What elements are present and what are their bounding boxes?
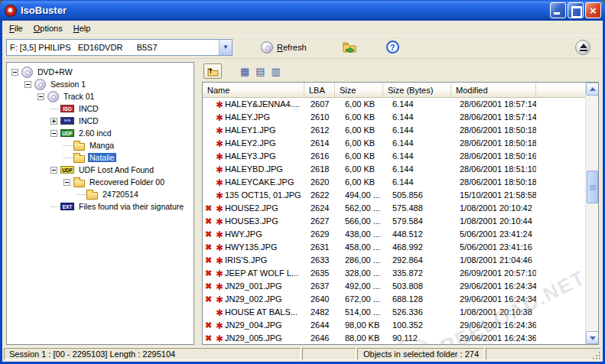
table-row[interactable]: ✱HALEY2.JPG26146,00 KB6.14428/06/2001 18… (203, 137, 585, 150)
deleted-x-icon: ✖ (203, 254, 214, 267)
tree-item-recovered-folder-00[interactable]: Recovered Folder 00 (7, 176, 194, 188)
table-row[interactable]: ✖✱HWY135.JPG2631458,00 ...468.9925/06/20… (203, 241, 585, 254)
file-name: JN29_004.JPG (225, 319, 282, 332)
modified-cell: 1/08/2001 21:04:46 (451, 254, 536, 267)
collapse-minus-icon[interactable] (50, 167, 57, 174)
column-header-lba[interactable]: LBA (304, 83, 335, 98)
modified-cell: 28/06/2001 18:50:18 (451, 137, 536, 150)
column-header-label: Modified (451, 86, 488, 95)
table-row[interactable]: ✱HALEY&JENNA4....26076,00 KB6.14428/06/2… (203, 98, 585, 111)
view-list-icon[interactable]: ▤ (255, 67, 265, 76)
deleted-x-icon: ✖ (203, 319, 214, 332)
collapse-minus-icon[interactable] (11, 69, 18, 76)
lba-cell: 2629 (304, 228, 335, 241)
tree-item-manga[interactable]: Manga (7, 139, 194, 151)
file-splat-icon: ✱ (214, 242, 225, 253)
table-row[interactable]: ✖✱JN29_002.JPG2640672,00 ...688.12829/06… (203, 293, 585, 306)
table-row[interactable]: ✱HOUSE AT BALS...2482514,00 ...526.3361/… (203, 306, 585, 319)
extract-button[interactable] (343, 41, 357, 54)
column-header-modified[interactable]: Modified (451, 83, 536, 98)
file-name: JN29_002.JPG (225, 293, 282, 306)
table-row[interactable]: ✱HALEY3.JPG26166,00 KB6.14428/06/2001 18… (203, 150, 585, 163)
file-splat-icon: ✱ (214, 112, 225, 123)
help-icon: ? (386, 41, 399, 54)
table-row[interactable]: ✖✱JN29_005.JPG264688,00 KB90.11229/06/20… (203, 332, 585, 345)
menu-file[interactable]: File (4, 22, 28, 34)
file-splat-icon: ✱ (214, 151, 225, 162)
folder-icon (73, 143, 85, 151)
file-splat-icon: ✱ (214, 333, 225, 344)
file-name: HWY135.JPG (225, 241, 277, 254)
scrollbar-thumb[interactable] (587, 171, 598, 203)
tree-item-24720514[interactable]: 24720514 (7, 188, 194, 200)
modified-cell: 5/06/2001 23:41:24 (451, 228, 536, 241)
collapse-minus-icon[interactable] (37, 93, 44, 100)
table-row[interactable]: ✱HALEYBD.JPG26186,00 KB6.14428/06/2001 1… (203, 163, 585, 176)
table-row[interactable]: ✱135 OCT15, 01.JPG2622494,00 ...505.8561… (203, 189, 585, 202)
tree-item-incd[interactable]: »»INCD (7, 115, 194, 127)
eject-button[interactable] (575, 40, 590, 55)
name-cell: ✱HALEY3.JPG (203, 150, 304, 163)
collapse-minus-icon[interactable] (63, 179, 70, 186)
column-header-size[interactable]: Size (335, 83, 383, 98)
file-splat-icon: ✱ (214, 320, 225, 331)
resize-grip[interactable] (591, 350, 601, 360)
tree-item-files-found-via-their-signature[interactable]: EXTFiles found via their signature (7, 200, 194, 213)
cd-icon (261, 41, 273, 54)
bytes-cell: 688.128 (383, 293, 451, 306)
table-row[interactable]: ✱HALEY1.JPG26126,00 KB6.14428/06/2001 18… (203, 124, 585, 137)
tree-item-udf-lost-and-found[interactable]: UDFUDF Lost And Found (7, 164, 194, 176)
expand-plus-icon[interactable] (50, 118, 57, 125)
panel-splitter[interactable] (194, 62, 202, 345)
size-cell: 514,00 ... (335, 306, 383, 319)
tree-guide-line (63, 145, 73, 146)
table-row[interactable]: ✖✱JN29_004.JPG264498,00 KB100.35229/06/2… (203, 319, 585, 332)
column-header-size-bytes[interactable]: Size (Bytes) (383, 83, 451, 98)
table-row[interactable]: ✖✱IRIS'S.JPG2633286,00 ...292.8641/08/20… (203, 254, 585, 267)
vertical-scrollbar[interactable] (585, 83, 598, 344)
table-row[interactable]: ✖✱HWY.JPG2629438,00 ...448.5125/06/2001 … (203, 228, 585, 241)
column-header-name[interactable]: Name (203, 83, 304, 98)
help-button[interactable]: ? (386, 41, 399, 54)
menu-options[interactable]: Options (28, 22, 68, 34)
title-bar[interactable]: IsoBuster (0, 0, 605, 21)
tree-item-track-01[interactable]: Track 01 (7, 90, 194, 102)
maximize-button[interactable] (568, 2, 584, 18)
tree-item-incd[interactable]: ISOINCD (7, 102, 194, 115)
collapse-minus-icon[interactable] (50, 130, 57, 137)
list-body: ✱HALEY&JENNA4....26076,00 KB6.14428/06/2… (203, 98, 585, 345)
view-details-icon[interactable]: ▦ (240, 67, 249, 76)
table-row[interactable]: ✖✱HOUSE2.JPG2624562,00 ...575.4881/08/20… (203, 202, 585, 215)
view-small-icons-icon[interactable]: ▥ (272, 67, 281, 76)
size-cell: 494,00 ... (335, 189, 383, 202)
name-cell: ✱HALEYBD.JPG (203, 163, 304, 176)
lba-cell: 2633 (304, 254, 335, 267)
folder-up-button[interactable] (203, 63, 222, 79)
drive-selector[interactable]: F: [3,5] PHILIPS ED16DVDR B5S7 ▼ (6, 39, 233, 56)
close-button[interactable] (585, 2, 601, 18)
tree-item-dvd-rw[interactable]: DVD+RW (7, 66, 194, 78)
main-area: DVD+RWSession 1Track 01ISOINCD»»INCDUDF2… (2, 59, 603, 346)
table-row[interactable]: ✖✱JN29_001.JPG2637492,00 ...503.80829/06… (203, 280, 585, 293)
collapse-minus-icon[interactable] (24, 81, 31, 88)
column-header-blank[interactable] (536, 83, 588, 98)
size-cell: 672,00 ... (335, 293, 383, 306)
menu-help[interactable]: Help (68, 22, 96, 34)
size-cell: 6,00 KB (335, 137, 383, 150)
tree-item-natalie[interactable]: Natalie (7, 151, 194, 164)
refresh-button[interactable]: Refresh (254, 38, 314, 57)
lba-cell: 2644 (304, 319, 335, 332)
deleted-x-icon: ✖ (203, 202, 214, 215)
tree-guide-line (50, 206, 60, 207)
tree-item-2-60-incd[interactable]: UDF2.60 incd (7, 127, 194, 139)
minimize-button[interactable] (550, 2, 566, 18)
table-row[interactable]: ✱HALEYCAKE.JPG26206,00 KB6.14428/06/2001… (203, 176, 585, 189)
tree-item-session-1[interactable]: Session 1 (7, 78, 194, 90)
scroll-down-button[interactable] (586, 331, 599, 344)
tree-item-label: INCD (77, 116, 100, 125)
table-row[interactable]: ✱HALEY.JPG26106,00 KB6.14428/06/2001 18:… (203, 111, 585, 124)
scroll-up-button[interactable] (586, 83, 599, 96)
chevron-down-icon[interactable]: ▼ (219, 40, 232, 55)
table-row[interactable]: ✖✱HOUSE3.JPG2627566,00 ...579.5841/08/20… (203, 215, 585, 228)
table-row[interactable]: ✖✱JEEP AT WOLF L...2635328,00 ...335.872… (203, 267, 585, 280)
